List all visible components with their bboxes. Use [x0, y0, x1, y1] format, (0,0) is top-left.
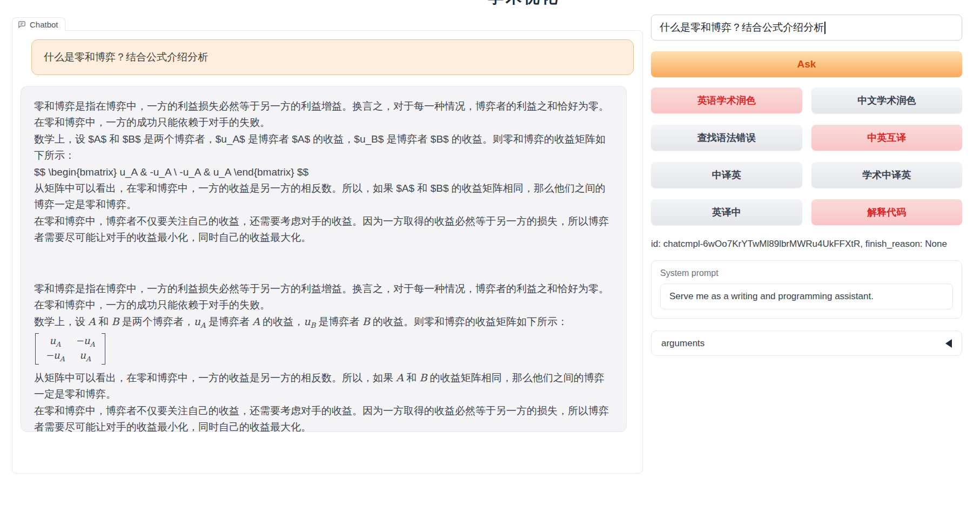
bot-paragraph-raw: 从矩阵中可以看出，在零和博弈中，一方的收益是另一方的相反数。所以，如果 $A$ …: [34, 180, 613, 213]
system-prompt-label: System prompt: [660, 268, 953, 278]
control-column: 什么是零和博弈？结合公式介绍分析 Ask 英语学术润色中文学术润色查找语法错误中…: [651, 15, 962, 356]
bot-paragraph-rendered: 零和博弈是指在博弈中，一方的利益损失必然等于另一方的利益增益。换言之，对于每一种…: [34, 281, 613, 314]
inline-math: uA: [194, 315, 206, 327]
quick-button-explain-code[interactable]: 解释代码: [811, 199, 963, 225]
bot-paragraph-raw: $$ \begin{bmatrix} u_A & -u_A \ -u_A & u…: [34, 164, 613, 180]
arguments-accordion[interactable]: arguments: [651, 331, 962, 356]
bot-message-bubble: 零和博弈是指在博弈中，一方的利益损失必然等于另一方的利益增益。换言之，对于每一种…: [21, 86, 627, 432]
section-gap: [34, 246, 613, 281]
bot-paragraph-rendered: 数学上，设 A 和 B 是两个博弈者，uA 是博弈者 A 的收益，uB 是博弈者…: [34, 313, 613, 331]
quick-button-find-grammar-errors[interactable]: 查找语法错误: [651, 125, 802, 151]
bot-message-rendered-section: 零和博弈是指在博弈中，一方的利益损失必然等于另一方的利益增益。换言之，对于每一种…: [34, 281, 613, 436]
page-title-text: 学术优化: [488, 0, 574, 5]
quick-button-zh-to-en[interactable]: 中译英: [651, 162, 802, 188]
chat-bubble-icon: [18, 21, 26, 29]
chatbot-label-chip: Chatbot: [12, 17, 65, 31]
bot-message-raw-section: 零和博弈是指在博弈中，一方的利益损失必然等于另一方的利益增益。换言之，对于每一种…: [34, 98, 613, 246]
quick-button-zh-en-mutual-translate[interactable]: 中英互译: [811, 125, 963, 151]
inline-math: A: [252, 315, 260, 327]
quick-button-english-academic-polish[interactable]: 英语学术润色: [651, 87, 802, 113]
inline-math: B: [112, 315, 119, 327]
page-title-clipped: 学术优化: [488, 0, 574, 5]
bot-paragraph-raw: 零和博弈是指在博弈中，一方的利益损失必然等于另一方的利益增益。换言之，对于每一种…: [34, 98, 613, 131]
chatbot-panel: 什么是零和博弈？结合公式介绍分析 零和博弈是指在博弈中，一方的利益损失必然等于另…: [12, 30, 643, 474]
bot-paragraph-rendered: uA−uA−uAuA: [34, 331, 613, 369]
text-caret: [824, 22, 825, 34]
inline-math: A: [88, 315, 96, 327]
bot-paragraph-raw: 数学上，设 $A$ 和 $B$ 是两个博弈者，$u_A$ 是博弈者 $A$ 的收…: [34, 131, 613, 164]
inline-math: uB: [304, 315, 316, 327]
inline-math: B: [420, 372, 427, 383]
question-input[interactable]: 什么是零和博弈？结合公式介绍分析: [651, 15, 962, 41]
ask-button[interactable]: Ask: [651, 51, 962, 77]
question-input-value: 什么是零和博弈？结合公式介绍分析: [660, 21, 824, 35]
user-message-text: 什么是零和博弈？结合公式介绍分析: [44, 50, 208, 64]
inline-math: A: [396, 372, 404, 383]
accordion-collapsed-caret-icon: [945, 339, 952, 348]
bot-paragraph-raw: 在零和博弈中，博弈者不仅要关注自己的收益，还需要考虑对手的收益。因为一方取得的收…: [34, 213, 613, 246]
system-prompt-card: System prompt Serve me as a writing and …: [651, 260, 962, 319]
response-meta: id: chatcmpl-6wOo7KrYTwMl89lbrMWRu4UkFFX…: [651, 239, 962, 250]
system-prompt-input[interactable]: Serve me as a writing and programming as…: [660, 284, 953, 309]
quick-button-academic-zh-to-en[interactable]: 学术中译英: [811, 162, 963, 188]
accordion-label: arguments: [661, 338, 704, 349]
quick-buttons-grid: 英语学术润色中文学术润色查找语法错误中英互译中译英学术中译英英译中解释代码: [651, 87, 962, 225]
system-prompt-value: Serve me as a writing and programming as…: [669, 291, 874, 302]
bot-paragraph-rendered: 在零和博弈中，博弈者不仅要关注自己的收益，还需要考虑对手的收益。因为一方取得的收…: [34, 403, 613, 436]
payoff-matrix: uA−uA−uAuA: [35, 333, 105, 364]
inline-math: B: [363, 315, 370, 327]
chatbot-label: Chatbot: [30, 20, 58, 29]
user-message-bubble: 什么是零和博弈？结合公式介绍分析: [31, 39, 634, 75]
quick-button-en-to-zh[interactable]: 英译中: [651, 199, 802, 225]
quick-button-chinese-academic-polish[interactable]: 中文学术润色: [811, 87, 963, 113]
bot-paragraph-rendered: 从矩阵中可以看出，在零和博弈中，一方的收益是另一方的相反数。所以，如果 A 和 …: [34, 369, 613, 403]
